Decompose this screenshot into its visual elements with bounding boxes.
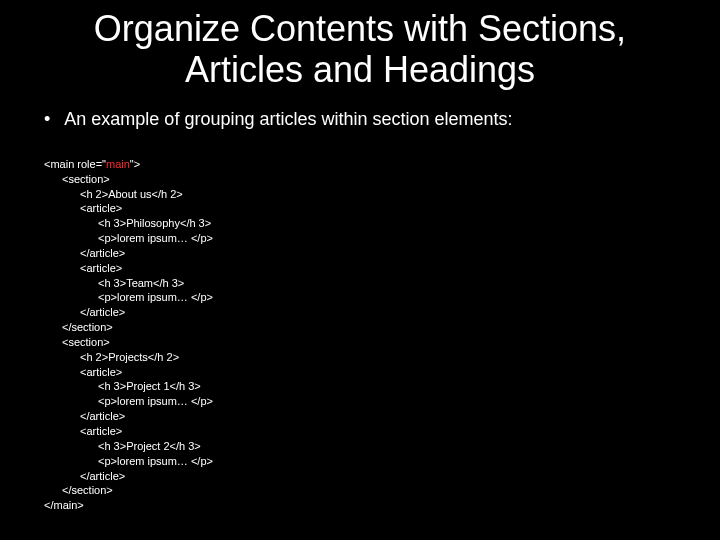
code-line: <article> [44, 424, 122, 439]
code-text: <main role=" [44, 158, 106, 170]
code-line: <h 2>Projects</h 2> [44, 350, 179, 365]
code-attr-value: main [106, 158, 130, 170]
code-line: <p>lorem ipsum… </p> [44, 394, 213, 409]
code-line: </section> [44, 320, 113, 335]
code-line: <h 3>Team</h 3> [44, 276, 184, 291]
code-line: <section> [44, 335, 110, 350]
code-line: </section> [44, 483, 113, 498]
code-line: <p>lorem ipsum… </p> [44, 454, 213, 469]
code-line: <p>lorem ipsum… </p> [44, 290, 213, 305]
code-line: <h 3>Project 2</h 3> [44, 439, 201, 454]
code-text: "> [130, 158, 140, 170]
code-line: <section> [44, 172, 110, 187]
code-line: </article> [44, 469, 125, 484]
code-line: <h 2>About us</h 2> [44, 187, 183, 202]
code-line: </article> [44, 409, 125, 424]
code-line: <article> [44, 365, 122, 380]
slide-title: Organize Contents with Sections, Article… [40, 8, 680, 91]
code-line: <article> [44, 201, 122, 216]
bullet-item: • An example of grouping articles within… [44, 107, 680, 132]
code-line: </article> [44, 305, 125, 320]
code-block: <main role="main"> <section> <h 2>About … [44, 142, 680, 528]
code-line: <h 3>Philosophy</h 3> [44, 216, 211, 231]
code-line: <p>lorem ipsum… </p> [44, 231, 213, 246]
bullet-dot: • [44, 107, 50, 132]
code-line: </main> [44, 498, 84, 513]
bullet-text: An example of grouping articles within s… [64, 107, 512, 132]
code-line: <main role="main"> [44, 157, 140, 172]
code-line: </article> [44, 246, 125, 261]
code-line: <h 3>Project 1</h 3> [44, 379, 201, 394]
code-line: <article> [44, 261, 122, 276]
slide: Organize Contents with Sections, Article… [0, 0, 720, 540]
